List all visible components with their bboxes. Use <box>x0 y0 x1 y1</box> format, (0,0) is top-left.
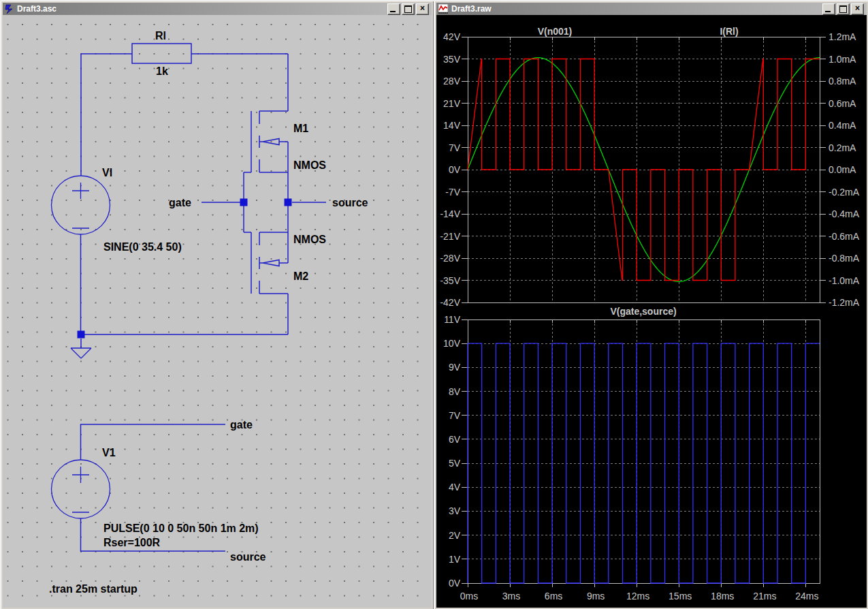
net-label-source-2[interactable]: source <box>230 551 266 563</box>
source-node <box>285 199 292 206</box>
y-axis-label-right: -0.6mA <box>829 231 860 242</box>
resistor-value[interactable]: 1k <box>156 65 168 77</box>
y-axis-label-left: 21V <box>443 98 461 109</box>
trace-legend[interactable]: V(n001) <box>538 26 573 37</box>
vl-name[interactable]: Vl <box>102 167 112 178</box>
m2-name[interactable]: M2 <box>293 270 308 282</box>
close-button[interactable]: × <box>416 3 429 15</box>
x-axis-label: 21ms <box>753 591 776 602</box>
m2-source-arrow-icon <box>263 260 279 266</box>
schematic-titlebar[interactable]: Draft3.asc × <box>3 3 432 15</box>
m1-model[interactable]: NMOS <box>293 159 326 171</box>
vl-value[interactable]: SINE(0 35.4 50) <box>103 241 182 253</box>
junction-node <box>78 331 85 339</box>
x-axis-label: 9ms <box>587 591 605 602</box>
minimize-button[interactable] <box>387 3 400 15</box>
maximize-icon <box>839 5 847 13</box>
v1-value[interactable]: PULSE(0 10 0 50n 50n 1m 2m) <box>103 522 259 534</box>
y-axis-label-left: 3V <box>449 505 461 516</box>
y-axis-label-right: -0.4mA <box>829 208 860 219</box>
y-axis-label-right: 0.6mA <box>829 98 856 109</box>
x-axis-label: 15ms <box>669 591 692 602</box>
y-axis-label-right: -1.0mA <box>829 275 860 286</box>
window-title: Draft3.asc <box>17 4 387 14</box>
vl-plus-minus-icon <box>72 183 89 228</box>
y-axis-label-right: -1.2mA <box>829 297 860 308</box>
trace-legend[interactable]: I(Rl) <box>720 26 738 37</box>
x-axis-label: 0ms <box>460 591 478 602</box>
plot-frame <box>468 319 820 583</box>
ground-symbol[interactable] <box>71 348 91 358</box>
minimize-icon <box>825 11 831 12</box>
y-axis-label-left: -28V <box>440 253 460 264</box>
trace-legend[interactable]: V(gate,source) <box>610 306 676 317</box>
y-axis-label-right: -0.8mA <box>829 253 860 264</box>
y-axis-label-left: 42V <box>443 31 461 42</box>
maximize-icon <box>404 5 412 13</box>
mosfet-M2[interactable]: NMOS M2 <box>244 202 326 294</box>
vsource-V1[interactable]: V1 PULSE(0 10 0 50n 50n 1m 2m) Rser=100R <box>52 424 259 551</box>
schematic-drawing: Rl 1k M1 NMOS NMOS M2 gate <box>3 15 432 608</box>
net-label-gate-2[interactable]: gate <box>230 419 253 431</box>
x-axis-label: 3ms <box>502 591 520 602</box>
close-icon: × <box>855 4 860 12</box>
waveform-titlebar[interactable]: Draft3.raw × <box>436 3 867 15</box>
y-axis-label-right: 1.2mA <box>829 31 856 42</box>
x-axis-label: 6ms <box>545 591 562 602</box>
v1-plus-minus-icon <box>72 467 89 512</box>
y-axis-label-left: -7V <box>445 187 460 198</box>
net-label-source[interactable]: source <box>332 197 368 208</box>
waveform-plots: 42V35V28V21V14V7V0V-7V-14V-21V-28V-35V-4… <box>436 15 867 608</box>
y-axis-label-left: 1V <box>449 554 461 565</box>
m1-source-arrow-icon <box>263 139 279 145</box>
y-axis-label-left: 7V <box>449 142 461 153</box>
mosfet-M1[interactable]: M1 NMOS <box>244 111 326 202</box>
resistor-Rl[interactable]: Rl 1k <box>132 30 191 77</box>
schematic-canvas[interactable]: Rl 1k M1 NMOS NMOS M2 gate <box>3 15 432 608</box>
y-axis-label-left: 14V <box>443 120 461 131</box>
resistor-name[interactable]: Rl <box>155 30 166 42</box>
y-axis-label-right: 0.2mA <box>829 142 856 153</box>
y-axis-label-right: -0.2mA <box>829 187 860 198</box>
y-axis-label-left: 10V <box>443 338 461 349</box>
y-axis-label-left: -21V <box>440 231 460 242</box>
y-axis-label-right: 0.0mA <box>829 164 856 175</box>
y-axis-label-left: 7V <box>449 410 461 421</box>
maximize-button[interactable] <box>402 3 415 15</box>
minimize-button[interactable] <box>822 3 835 15</box>
y-axis-label-left: 4V <box>449 482 461 493</box>
y-axis-label-left: 0V <box>449 578 461 589</box>
v1-rser[interactable]: Rser=100R <box>103 537 161 548</box>
y-axis-label-left: 35V <box>443 54 461 65</box>
net-label-gate[interactable]: gate <box>169 197 191 208</box>
y-axis-label-left: 2V <box>449 530 461 541</box>
y-axis-label-left: 9V <box>449 362 461 373</box>
y-axis-label-left: 0V <box>449 164 461 175</box>
close-icon: × <box>420 4 425 12</box>
y-axis-label-left: -14V <box>440 208 460 219</box>
gate-node <box>240 199 248 206</box>
m2-model[interactable]: NMOS <box>293 234 326 245</box>
y-axis-label-right: 0.4mA <box>829 120 856 131</box>
y-axis-label-left: -42V <box>440 297 460 308</box>
spice-directive[interactable]: .tran 25m startup <box>49 583 138 595</box>
y-axis-label-left: 6V <box>449 434 461 445</box>
waveform-window: Draft3.raw × 42V35V28V21V14V7V0V-7V-14V-… <box>434 0 868 609</box>
waveform-canvas[interactable]: 42V35V28V21V14V7V0V-7V-14V-21V-28V-35V-4… <box>436 15 867 608</box>
m1-name[interactable]: M1 <box>293 123 308 134</box>
x-axis-label: 12ms <box>626 591 649 602</box>
vsource-Vl[interactable]: Vl SINE(0 35.4 50) <box>52 167 182 253</box>
maximize-button[interactable] <box>837 3 850 15</box>
y-axis-label-right: 1.0mA <box>829 54 856 65</box>
y-axis-label-left: 28V <box>443 76 461 87</box>
ltspice-desktop: Draft3.asc × Rl 1k <box>0 0 868 609</box>
close-button[interactable]: × <box>851 3 864 15</box>
y-axis-label-left: 8V <box>449 386 461 397</box>
minimize-icon <box>390 11 396 12</box>
y-axis-label-left: -35V <box>440 275 460 286</box>
schematic-window: Draft3.asc × Rl 1k <box>0 0 434 609</box>
waveform-icon <box>438 4 449 14</box>
y-axis-label-right: 0.8mA <box>829 76 856 87</box>
v1-name[interactable]: V1 <box>102 447 116 458</box>
ltspice-schematic-icon <box>4 4 14 14</box>
